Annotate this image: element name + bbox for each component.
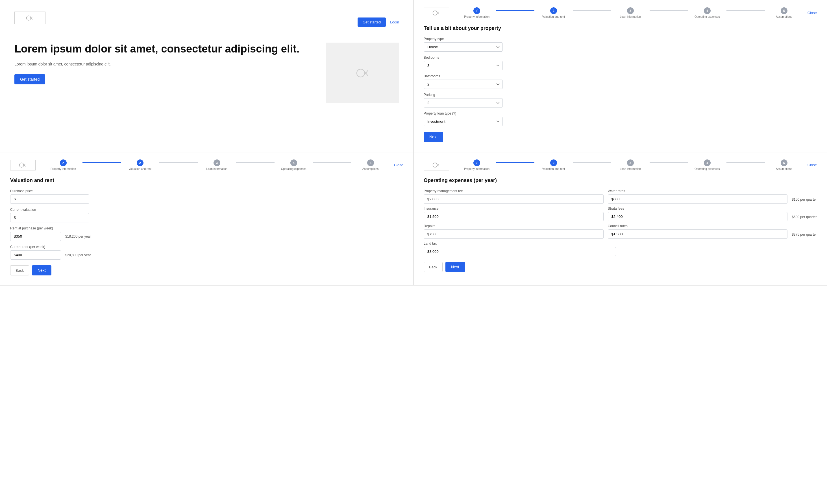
operating-logo-icon (432, 162, 441, 168)
valuation-wizard-header: Property information 2 Valuation and ren… (10, 159, 403, 170)
property-btn-row: Next (424, 132, 817, 142)
connector-3-4 (650, 10, 688, 11)
val-step-2: 2 Valuation and rent (121, 159, 159, 170)
connector-4-5 (726, 10, 765, 11)
op-connector-1-2 (496, 162, 534, 163)
rent-purchase-input[interactable] (10, 232, 61, 241)
strata-fees-input[interactable] (608, 212, 788, 221)
nav-login-button[interactable]: Login (390, 20, 399, 24)
parking-label: Parking (424, 93, 817, 97)
landing-title: Lorem ipsum dolor sit amet, consectetur … (14, 43, 314, 56)
op-step-1-label: Property information (464, 167, 489, 170)
op-step-4-circle: 4 (704, 159, 711, 166)
current-rent-row: $20,800 per year (10, 250, 403, 260)
rent-purchase-per-year: $18,200 per year (65, 234, 91, 238)
current-rent-per-year: $20,800 per year (65, 253, 91, 257)
insurance-label: Insurance (424, 207, 603, 211)
op-step-4-label: Operating expenses (694, 167, 720, 170)
current-rent-group: Current rent (per week) $20,800 per year (10, 245, 403, 260)
val-step-4: 4 Operating expenses (275, 159, 313, 170)
council-rates-input[interactable] (608, 229, 788, 239)
landing-text: Lorem ipsum dolor sit amet, consectetur … (14, 43, 314, 85)
step-4: 4 Operating expenses (688, 7, 726, 18)
op-step-5-label: Assumptions (776, 167, 792, 170)
valuation-next-button[interactable]: Next (32, 265, 51, 275)
op-step-2-circle: 2 (550, 159, 557, 166)
val-step-3-circle: 3 (213, 159, 220, 166)
connector-1-2 (496, 10, 534, 11)
step-5-circle: 5 (781, 7, 787, 14)
council-rates-label: Council rates (608, 224, 788, 228)
valuation-close-button[interactable]: Close (394, 163, 403, 167)
repairs-label: Repairs (424, 224, 603, 228)
valuation-logo-icon (18, 162, 28, 168)
council-rates-group: Council rates (608, 224, 788, 239)
operating-stepper: Property information 2 Valuation and ren… (457, 159, 803, 170)
purchase-price-group: Purchase price (10, 189, 403, 204)
bedrooms-group: Bedrooms 1 2 3 4 5 (424, 56, 817, 70)
parking-group: Parking 0 1 2 3 (424, 93, 817, 108)
current-rent-label: Current rent (per week) (10, 245, 403, 249)
prop-mgmt-input[interactable] (424, 194, 603, 204)
nav-get-started-button[interactable]: Get started (357, 17, 386, 27)
val-step-1-circle (60, 159, 67, 166)
bathrooms-select[interactable]: 1 2 3 4 (424, 79, 503, 89)
land-tax-group: Land tax (424, 241, 616, 256)
op-step-5-circle: 5 (781, 159, 787, 166)
loan-type-label: Property loan type (?) (424, 111, 817, 115)
water-rates-group: Water rates (608, 189, 788, 204)
op-step-2-label: Valuation and rent (542, 167, 565, 170)
insurance-input[interactable] (424, 212, 603, 221)
water-rates-input[interactable] (608, 194, 788, 204)
loan-type-select[interactable]: Investment Owner Occupier (424, 117, 503, 126)
current-valuation-input[interactable] (10, 213, 89, 222)
logo (14, 12, 45, 24)
property-info-title: Tell us a bit about your property (424, 25, 817, 31)
svg-point-2 (433, 11, 437, 15)
property-next-button[interactable]: Next (424, 132, 443, 142)
val-connector-3-4 (236, 162, 275, 163)
land-tax-input[interactable] (424, 247, 616, 256)
property-type-select[interactable]: House Unit Townhouse Commercial (424, 42, 503, 52)
operating-close-button[interactable]: Close (808, 163, 817, 167)
parking-select[interactable]: 0 1 2 3 (424, 98, 503, 108)
bathrooms-group: Bathrooms 1 2 3 4 (424, 74, 817, 89)
purchase-price-label: Purchase price (10, 189, 403, 193)
val-step-5: 5 Assumptions (351, 159, 390, 170)
step-3-label: Loan information (620, 15, 641, 18)
op-step-3-label: Loan information (620, 167, 641, 170)
strata-fees-quarter: $600 per quarter (792, 215, 817, 221)
landing-content: Lorem ipsum dolor sit amet, consectetur … (14, 43, 399, 103)
op-step-3: 3 Loan information (611, 159, 650, 170)
property-type-group: Property type House Unit Townhouse Comme… (424, 37, 817, 52)
op-step-1: Property information (457, 159, 496, 170)
repairs-input[interactable] (424, 229, 603, 239)
landing-cta-button[interactable]: Get started (14, 74, 45, 85)
bedrooms-select[interactable]: 1 2 3 4 5 (424, 61, 503, 70)
rent-purchase-label: Rent at purchase (per week) (10, 226, 403, 230)
operating-back-button[interactable]: Back (424, 262, 443, 272)
current-rent-input[interactable] (10, 250, 61, 260)
val-connector-2-3 (159, 162, 198, 163)
valuation-back-button[interactable]: Back (10, 265, 29, 275)
valuation-title: Valuation and rent (10, 177, 403, 183)
repairs-group: Repairs (424, 224, 603, 239)
svg-point-4 (433, 163, 437, 167)
operating-wizard-header: Property information 2 Valuation and ren… (424, 159, 817, 170)
valuation-stepper: Property information 2 Valuation and ren… (44, 159, 390, 170)
operating-next-button[interactable]: Next (445, 262, 465, 272)
svg-point-3 (19, 163, 24, 167)
step-5: 5 Assumptions (765, 7, 803, 18)
purchase-price-input[interactable] (10, 194, 89, 204)
water-rates-quarter: $150 per quarter (792, 198, 817, 204)
logo-icon (26, 15, 35, 21)
step-1: Property information (457, 7, 496, 18)
close-button[interactable]: Close (808, 11, 817, 15)
valuation-wizard-logo (10, 160, 36, 170)
step-1-label: Property information (464, 15, 489, 18)
operating-wizard-logo (424, 160, 449, 170)
council-rates-quarter: $375 per quarter (792, 232, 817, 239)
valuation-btn-row: Back Next (10, 265, 403, 275)
op-step-2: 2 Valuation and rent (534, 159, 573, 170)
val-step-3-label: Loan information (206, 167, 228, 170)
